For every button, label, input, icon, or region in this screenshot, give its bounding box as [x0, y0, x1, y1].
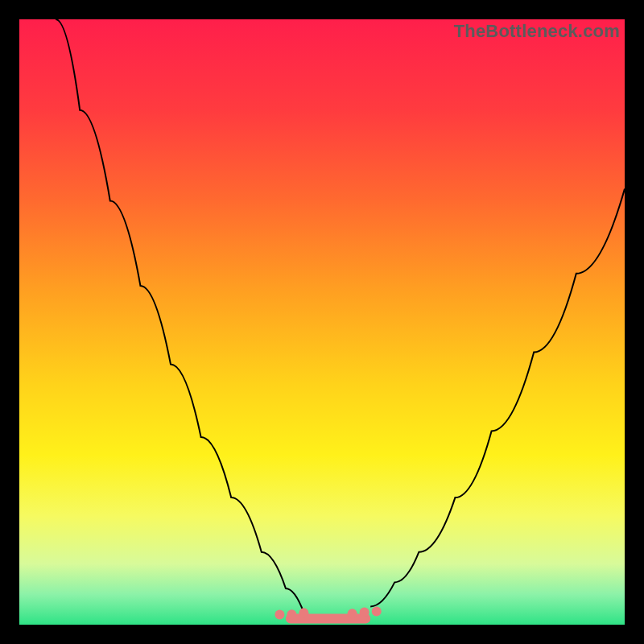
svg-point-1 [287, 609, 296, 619]
chart-svg [19, 19, 625, 625]
chart-frame: TheBottleneck.com [0, 0, 644, 644]
highlight-bar [286, 614, 370, 624]
svg-point-2 [299, 608, 308, 617]
svg-point-5 [372, 606, 382, 616]
plot-area: TheBottleneck.com [19, 19, 625, 625]
left-curve [56, 19, 303, 613]
svg-point-0 [275, 610, 284, 620]
svg-point-3 [348, 609, 357, 618]
right-curve [370, 189, 625, 607]
svg-point-4 [360, 607, 369, 617]
